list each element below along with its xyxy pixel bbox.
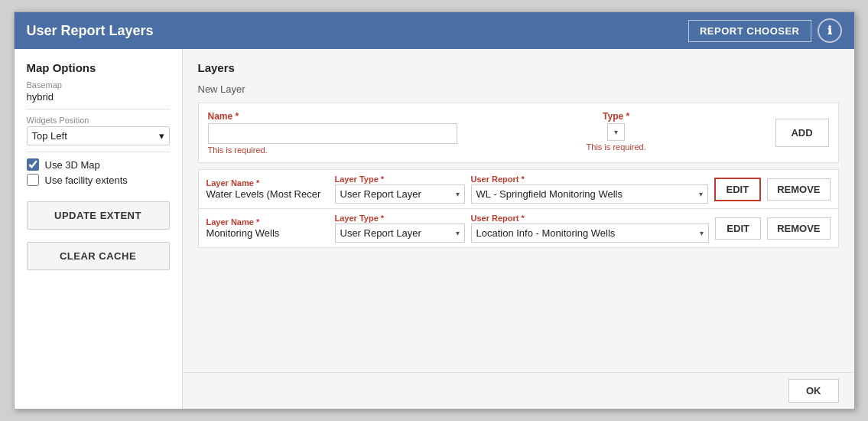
remove-button-2[interactable]: REMOVE — [767, 217, 830, 240]
use-facility-extents-checkbox[interactable] — [27, 174, 39, 186]
map-options-title: Map Options — [27, 61, 170, 74]
sidebar: Map Options Basemap hybrid Widgets Posit… — [15, 49, 183, 409]
main-content: Layers New Layer Name * This is required… — [183, 49, 854, 409]
remove-button-1[interactable]: REMOVE — [767, 178, 830, 201]
user-report-col-2: User Report * Location Info - Monitoring… — [471, 214, 710, 243]
layer-name-value-2: Monitoring Wells — [206, 227, 329, 239]
ok-button[interactable]: OK — [788, 379, 839, 403]
map-options-section: Map Options Basemap hybrid Widgets Posit… — [27, 61, 170, 189]
use-facility-extents-row: Use facility extents — [27, 174, 170, 186]
header-actions: REPORT CHOOSER ℹ — [688, 18, 842, 43]
window-footer: OK — [183, 372, 854, 409]
window-title: User Report Layers — [27, 23, 154, 39]
clear-cache-button[interactable]: CLEAR CACHE — [27, 242, 170, 270]
layers-section: Layers New Layer Name * This is required… — [183, 49, 854, 372]
layer-type-value-2: User Report Layer — [340, 227, 453, 239]
report-chooser-button[interactable]: REPORT CHOOSER — [688, 20, 811, 42]
new-layer-row: Name * This is required. Type * ▾ This i… — [198, 103, 839, 163]
name-field-group: Name * This is required. — [208, 111, 457, 155]
basemap-value: hybrid — [27, 91, 170, 103]
layer-type-chevron-icon-1: ▾ — [456, 190, 460, 198]
user-report-label-2: User Report * — [471, 214, 710, 223]
use-facility-extents-label: Use facility extents — [45, 175, 128, 186]
layer-name-col-1: Layer Name * Water Levels (Most Recer — [206, 178, 329, 200]
type-select[interactable]: ▾ — [607, 123, 625, 141]
add-button[interactable]: ADD — [775, 119, 829, 147]
basemap-label: Basemap — [27, 80, 170, 90]
layer-type-value-1: User Report Layer — [340, 188, 453, 200]
type-label: Type * — [603, 111, 629, 122]
table-row: Layer Name * Water Levels (Most Recer La… — [198, 169, 839, 209]
edit-button-1[interactable]: EDIT — [714, 178, 762, 201]
name-input[interactable] — [208, 123, 457, 144]
name-error: This is required. — [208, 145, 457, 155]
user-report-chevron-icon-2: ▾ — [700, 229, 704, 237]
info-icon: ℹ — [827, 24, 832, 38]
user-report-select-1[interactable]: WL - Springfield Monitoring Wells ▾ — [471, 184, 708, 204]
use-3d-map-label: Use 3D Map — [45, 159, 100, 171]
user-report-label-1: User Report * — [471, 175, 708, 184]
update-extent-button[interactable]: UPDATE EXTENT — [27, 201, 170, 230]
widgets-position-select[interactable]: Top Left ▾ — [27, 126, 170, 145]
edit-button-2[interactable]: EDIT — [715, 217, 761, 240]
layer-type-label-2: Layer Type * — [335, 214, 465, 223]
window-header: User Report Layers REPORT CHOOSER ℹ — [15, 12, 854, 49]
window-body: Map Options Basemap hybrid Widgets Posit… — [15, 49, 854, 409]
chevron-down-icon: ▾ — [159, 130, 164, 142]
type-chevron-icon: ▾ — [614, 128, 618, 136]
widgets-position-value: Top Left — [32, 130, 67, 142]
layer-type-col-2: Layer Type * User Report Layer ▾ — [335, 214, 465, 243]
user-report-select-2[interactable]: Location Info - Monitoring Wells ▾ — [471, 224, 710, 243]
layer-type-chevron-icon-2: ▾ — [456, 229, 460, 237]
user-report-value-2: Location Info - Monitoring Wells — [476, 227, 697, 239]
layers-title: Layers — [198, 61, 839, 74]
layer-name-label-2: Layer Name * — [206, 217, 329, 227]
layer-rows: Layer Name * Water Levels (Most Recer La… — [198, 169, 839, 248]
layer-name-label-1: Layer Name * — [206, 178, 329, 188]
info-button[interactable]: ℹ — [818, 18, 842, 43]
layer-name-value-1: Water Levels (Most Recer — [206, 188, 329, 200]
user-report-chevron-icon-1: ▾ — [699, 190, 703, 198]
layer-type-select-1[interactable]: User Report Layer ▾ — [335, 184, 465, 204]
layer-type-col-1: Layer Type * User Report Layer ▾ — [335, 175, 465, 204]
user-report-value-1: WL - Springfield Monitoring Wells — [476, 188, 696, 200]
name-label: Name * — [208, 111, 457, 122]
layer-type-select-2[interactable]: User Report Layer ▾ — [335, 224, 465, 243]
widgets-position-label: Widgets Position — [27, 116, 170, 125]
type-error: This is required. — [587, 142, 646, 152]
table-row: Layer Name * Monitoring Wells Layer Type… — [198, 209, 839, 248]
use-3d-map-row: Use 3D Map — [27, 158, 170, 171]
use-3d-map-checkbox[interactable] — [27, 158, 39, 171]
new-layer-title: New Layer — [198, 83, 839, 95]
type-field-group: Type * ▾ This is required. — [467, 111, 766, 152]
layer-type-label-1: Layer Type * — [335, 175, 465, 184]
layer-name-col-2: Layer Name * Monitoring Wells — [206, 217, 329, 239]
user-report-col-1: User Report * WL - Springfield Monitorin… — [471, 175, 708, 204]
